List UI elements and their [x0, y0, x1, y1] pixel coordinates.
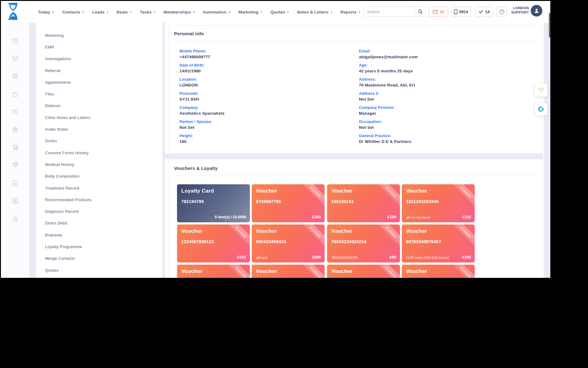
- sidebar-item-audio-notes[interactable]: Audio Notes: [36, 123, 162, 135]
- voucher-title: Voucher: [256, 188, 277, 194]
- nav-item-tasks[interactable]: Tasks ▼: [140, 10, 156, 14]
- cart-icon[interactable]: [11, 144, 19, 151]
- voucher-card[interactable]: Available Voucher: [177, 265, 250, 278]
- loyalty-card[interactable]: Loyalty Card7821947860 item(s) / £0.0000: [177, 184, 250, 222]
- nav-item-deals[interactable]: Deals ▼: [116, 10, 132, 14]
- voucher-title: Voucher: [406, 188, 427, 194]
- messages-badge[interactable]: 13: [429, 7, 448, 17]
- voucher-number: 865423456424: [256, 239, 286, 244]
- search-icon[interactable]: [415, 7, 425, 16]
- sidebar-item-quotes[interactable]: Quotes: [36, 264, 162, 276]
- top-header: Today ▼ Contacts ▼ Leads ▼ Deals ▼ Tasks…: [1, 1, 550, 23]
- phone-count: 5914: [459, 10, 468, 14]
- sidebar-item-files[interactable]: Files: [36, 88, 162, 100]
- shopping-bag-icon[interactable]: [11, 90, 19, 98]
- voucher-title: Voucher: [256, 268, 277, 274]
- nav-item-automation[interactable]: Automation ▼: [203, 10, 231, 14]
- phone-badge[interactable]: 5914: [451, 7, 471, 17]
- nav-item-quotes[interactable]: Quotes ▼: [270, 10, 289, 14]
- voucher-title: Voucher: [406, 228, 427, 234]
- voucher-card[interactable]: Available Voucher: [327, 265, 400, 278]
- voucher-card[interactable]: Available Voucher 1234567890123 £141: [177, 224, 250, 263]
- sidebar-item-medical-history[interactable]: Medical History: [36, 159, 162, 170]
- nav-item-notes-letters[interactable]: Notes & Letters ▼: [297, 10, 333, 14]
- sidebar-item-loyalty-programme[interactable]: Loyalty Programme: [36, 241, 162, 252]
- voucher-card[interactable]: Available Voucher: [252, 265, 325, 278]
- gift-icon[interactable]: [11, 126, 19, 133]
- chat-widget-button[interactable]: [535, 103, 548, 116]
- sidebar-item-balance[interactable]: Balance: [36, 100, 162, 112]
- sidebar-item-recommended-products[interactable]: Recommended Products: [36, 194, 162, 205]
- sidebar-item-merge-contacts[interactable]: Merge Contacts: [36, 253, 162, 264]
- nav-item-reports[interactable]: Reports ▼: [341, 10, 361, 14]
- nav-item-memberships[interactable]: Memberships ▼: [164, 10, 195, 14]
- sidebar-item-clinic-notes-and-letters[interactable]: Clinic Notes and Letters: [36, 112, 162, 123]
- history-icon[interactable]: [11, 108, 19, 115]
- sidebar-item-referral[interactable]: Referral: [36, 65, 162, 76]
- loyalty-card-number: 782194786: [181, 199, 204, 204]
- field-value: Not Set: [179, 125, 345, 130]
- voucher-number: 98765345876457: [406, 239, 441, 244]
- field-value: SY11 8XH: [179, 97, 345, 102]
- app-logo-hourglass-icon[interactable]: [6, 2, 20, 21]
- page-scrollbar-thumb[interactable]: [549, 13, 550, 37]
- nav-item-leads[interactable]: Leads ▼: [92, 10, 109, 14]
- voucher-card[interactable]: Available Voucher 1231243254345 gift for…: [402, 184, 475, 222]
- available-ribbon: Available: [226, 224, 250, 247]
- calendar-icon[interactable]: 12: [11, 37, 19, 44]
- info-field: Partner / Spouse: Not Set: [179, 120, 345, 130]
- sidebar-item-direct-debit[interactable]: Direct Debit: [36, 217, 162, 229]
- voucher-card[interactable]: Available Voucher 76543234324234 7654323…: [327, 224, 400, 263]
- vouchers-loyalty-card: Vouchers & Loyalty Loyalty Card782194786…: [169, 159, 543, 278]
- field-label: Company Position:: [359, 105, 524, 110]
- help-button[interactable]: [496, 7, 507, 17]
- voucher-card[interactable]: Available Voucher 98765345876457 £100 va…: [402, 224, 475, 263]
- sidebar-item-appointments[interactable]: Appointments: [36, 76, 162, 88]
- loyalty-card-title: Loyalty Card: [181, 188, 214, 194]
- voucher-title: Voucher: [331, 188, 352, 194]
- voucher-description: gift for my friend: [406, 216, 430, 219]
- search-input[interactable]: [364, 7, 415, 16]
- sidebar-item-consent-forms-history[interactable]: Consent Forms History: [36, 147, 162, 159]
- sidebar-item-drinks[interactable]: Drinks: [36, 135, 162, 147]
- sidebar-item-braintree[interactable]: Braintree: [36, 229, 162, 241]
- chevron-down-icon: ▼: [82, 11, 85, 14]
- voucher-number: 76543234324234: [331, 239, 367, 244]
- sidebar-item-investigations[interactable]: Investigations: [36, 53, 162, 65]
- tasks-badge[interactable]: 14: [475, 7, 493, 17]
- svg-text:12: 12: [14, 40, 16, 42]
- info-field: Height: 180: [179, 134, 345, 144]
- chevron-down-icon: ▼: [106, 11, 109, 14]
- global-search: [364, 7, 426, 17]
- available-ribbon: Available: [376, 224, 400, 247]
- vouchers-title: Vouchers & Loyalty: [169, 159, 542, 171]
- package-icon[interactable]: [11, 55, 19, 62]
- voucher-card[interactable]: Available Voucher: [402, 265, 475, 278]
- voucher-card[interactable]: Available Voucher 165165161 £100: [327, 184, 400, 222]
- info-field: Address: 70 Maidstone Road, Abl, Ert: [359, 77, 524, 87]
- account-icon[interactable]: [11, 197, 19, 205]
- lock-icon[interactable]: [11, 215, 19, 222]
- whats-new-button[interactable]: [535, 84, 548, 97]
- sidebar-item-diagnosis-record[interactable]: Diagnosis Record: [36, 205, 162, 217]
- report-icon[interactable]: [11, 179, 19, 187]
- sidebar-item-emr[interactable]: EMR: [36, 41, 162, 53]
- field-value: Aesthetics Specialists: [179, 111, 345, 116]
- voucher-title: Voucher: [331, 228, 352, 234]
- sidebar-item-body-composition[interactable]: Body Composition: [36, 171, 162, 182]
- nav-item-contacts[interactable]: Contacts ▼: [62, 10, 85, 14]
- sidebar-item-marketing[interactable]: Marketing: [36, 29, 162, 41]
- sidebar-item-treatment-record[interactable]: Treatment Record: [36, 182, 162, 194]
- copy-icon[interactable]: [11, 72, 19, 80]
- nav-item-today[interactable]: Today ▼: [38, 10, 55, 14]
- price-tag-icon[interactable]: $: [11, 161, 19, 169]
- user-avatar[interactable]: [531, 5, 542, 17]
- nav-item-marketing[interactable]: Marketing ▼: [238, 10, 263, 14]
- field-value: 180: [179, 139, 345, 144]
- icon-rail: 12$: [1, 23, 29, 278]
- chevron-down-icon: ▼: [228, 11, 231, 14]
- voucher-card[interactable]: Available Voucher 865423456424 giftcard …: [252, 224, 325, 263]
- voucher-number: 165165161: [331, 199, 354, 204]
- voucher-card[interactable]: Available Voucher 8745687786 £250: [252, 184, 325, 222]
- voucher-amount: £250: [312, 215, 321, 219]
